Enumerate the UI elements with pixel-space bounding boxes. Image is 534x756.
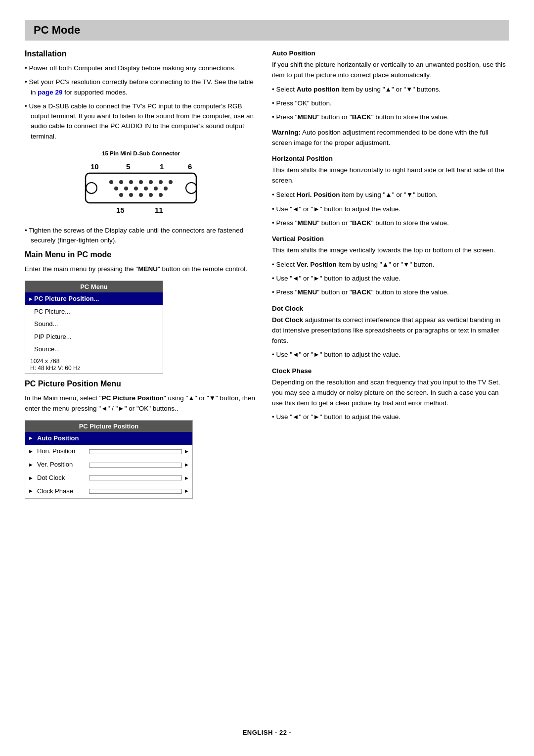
pc-menu-item-1-label: PC Picture Position...: [34, 295, 99, 302]
installation-bullets: Power off both Computer and Display befo…: [25, 63, 257, 142]
dot-bullet-1: Use "◄" or "►" button to adjust the valu…: [272, 350, 509, 360]
svg-point-5: [86, 183, 97, 193]
pc-menu-item-1[interactable]: ► PC Picture Position...: [25, 292, 163, 305]
svg-text:5: 5: [126, 162, 130, 171]
pc-picture-arrow-3: ►: [28, 461, 34, 470]
pc-picture-item-5-label: Clock Phase: [37, 486, 84, 497]
pc-menu-item-5[interactable]: Source...: [25, 343, 163, 356]
dot-clock-heading: Dot Clock: [272, 305, 509, 312]
vertical-position-bullets: Select Ver. Position item by using "▲" o…: [272, 260, 509, 298]
auto-pos-bullet-3: Press "MENU" button or "BACK" button to …: [272, 112, 509, 122]
svg-point-10: [139, 180, 143, 184]
pc-picture-item-2[interactable]: ► Hori. Position ►: [25, 445, 192, 458]
main-menu-heading: Main Menu in PC mode: [25, 250, 257, 259]
auto-position-warning: Warning: Auto position adjustment recomm…: [272, 128, 509, 148]
hori-slider-arrow: ►: [184, 447, 189, 456]
pc-picture-arrow-4: ►: [28, 474, 34, 483]
horiz-bullet-2: Use "◄" or "►" button to adjust the valu…: [272, 204, 509, 214]
dot-clock-bullets: Use "◄" or "►" button to adjust the valu…: [272, 350, 509, 360]
svg-point-12: [159, 180, 163, 184]
vert-bullet-3: Press "MENU" button or "BACK" button to …: [272, 287, 509, 297]
installation-bullet-3: Use a D-SUB cable to connect the TV's PC…: [25, 101, 257, 142]
footer-text: ENGLISH - 22 -: [243, 729, 292, 736]
installation-bullet-2: Set your PC's resolution correctly befor…: [25, 77, 257, 97]
vertical-position-heading: Vertical Position: [272, 235, 509, 242]
clock-phase-bullets: Use "◄" or "►" button to adjust the valu…: [272, 412, 509, 422]
auto-position-bullets: Select Auto position item by using "▲" o…: [272, 85, 509, 123]
pc-picture-item-1-label: Auto Position: [37, 433, 79, 444]
svg-point-18: [154, 187, 158, 190]
svg-point-23: [149, 193, 153, 197]
dot-clock-intro: Dot Clock adjustments correct interferen…: [272, 315, 509, 346]
vert-bullet-2: Use "◄" or "►" button to adjust the valu…: [272, 274, 509, 284]
pc-picture-box: PC Picture Position ► Auto Position ► Ho…: [25, 420, 193, 499]
dot-slider-track: [89, 475, 182, 480]
phase-slider: ►: [89, 487, 189, 496]
dot-clock-section: Dot Clock Dot Clock adjustments correct …: [272, 305, 509, 360]
pc-picture-item-3-label: Ver. Position: [37, 460, 84, 470]
clock-phase-section: Clock Phase Depending on the resolution …: [272, 367, 509, 423]
svg-rect-4: [86, 173, 196, 203]
dot-slider-arrow: ►: [184, 474, 189, 483]
phase-slider-arrow: ►: [184, 487, 189, 496]
svg-point-8: [119, 180, 123, 184]
svg-point-11: [149, 180, 153, 184]
pc-picture-item-4[interactable]: ► Dot Clock ►: [25, 472, 192, 485]
pc-picture-arrow-2: ►: [28, 447, 34, 456]
svg-point-6: [186, 183, 197, 193]
svg-point-16: [134, 187, 138, 190]
svg-text:15: 15: [116, 206, 125, 214]
pc-mode-title-box: PC Mode: [25, 20, 509, 41]
two-column-layout: Installation Power off both Computer and…: [25, 49, 509, 714]
svg-point-19: [164, 187, 168, 190]
pc-menu-item-4[interactable]: PIP Picture...: [25, 331, 163, 343]
pc-picture-item-5[interactable]: ► Clock Phase ►: [25, 485, 192, 498]
svg-point-17: [144, 187, 148, 190]
pc-picture-description: In the Main menu, select "PC Picture Pos…: [25, 393, 257, 414]
pc-picture-item-1[interactable]: ► Auto Position: [25, 432, 192, 445]
svg-text:11: 11: [155, 206, 163, 214]
right-column: Auto Position If you shift the picture h…: [272, 49, 509, 714]
page-link[interactable]: page 29: [38, 89, 62, 96]
connector-label: 15 Pin Mini D-Sub Connector: [25, 150, 257, 156]
installation-bullet-1: Power off both Computer and Display befo…: [25, 63, 257, 73]
phase-slider-track: [89, 489, 182, 494]
pc-picture-item-2-label: Hori. Position: [37, 446, 84, 457]
hori-slider-track: [89, 449, 182, 454]
pc-picture-item-3[interactable]: ► Ver. Position ►: [25, 458, 192, 472]
pc-picture-heading: PC Picture Position Menu: [25, 379, 257, 388]
pc-menu-item-3[interactable]: Sound...: [25, 318, 163, 331]
ver-slider-arrow: ►: [184, 461, 189, 470]
pc-picture-item-4-label: Dot Clock: [37, 473, 84, 483]
pc-menu-hz: H: 48 kHz V: 60 Hz: [30, 365, 158, 372]
installation-heading: Installation: [25, 49, 257, 58]
left-column: Installation Power off both Computer and…: [25, 49, 257, 714]
auto-position-intro: If you shift the picture horizontally or…: [272, 60, 509, 81]
vert-bullet-1: Select Ver. Position item by using "▲" o…: [272, 260, 509, 270]
clock-phase-heading: Clock Phase: [272, 367, 509, 375]
ver-slider: ►: [89, 461, 189, 470]
auto-position-heading: Auto Position: [272, 49, 509, 57]
auto-pos-bullet-2: Press "OK" button.: [272, 98, 509, 108]
pc-menu-footer: 1024 x 768 H: 48 kHz V: 60 Hz: [25, 356, 163, 373]
horizontal-position-intro: This item shifts the image horizontally …: [272, 165, 509, 186]
horiz-bullet-3: Press "MENU" button or "BACK" button to …: [272, 218, 509, 228]
svg-point-24: [159, 193, 163, 197]
connector-svg: 10 5 1 6: [25, 160, 257, 220]
svg-text:6: 6: [188, 162, 192, 171]
horizontal-position-bullets: Select Hori. Position item by using "▲" …: [272, 190, 509, 228]
ver-slider-track: [89, 463, 182, 468]
menu-arrow-icon: ►: [28, 295, 34, 303]
svg-point-22: [139, 193, 143, 197]
pc-picture-header: PC Picture Position: [25, 421, 192, 432]
svg-point-7: [109, 180, 113, 184]
pc-menu-item-4-label: PIP Picture...: [34, 333, 72, 340]
svg-point-13: [169, 180, 173, 184]
pc-menu-item-2[interactable]: PC Picture...: [25, 305, 163, 318]
vertical-position-section: Vertical Position This item shifts the i…: [272, 235, 509, 298]
horiz-bullet-1: Select Hori. Position item by using "▲" …: [272, 190, 509, 200]
svg-point-14: [114, 187, 118, 190]
connector-diagram: 15 Pin Mini D-Sub Connector 10 5 1 6: [25, 150, 257, 220]
pc-menu-box: PC Menu ► PC Picture Position... PC Pict…: [25, 281, 163, 374]
svg-point-20: [119, 193, 123, 197]
